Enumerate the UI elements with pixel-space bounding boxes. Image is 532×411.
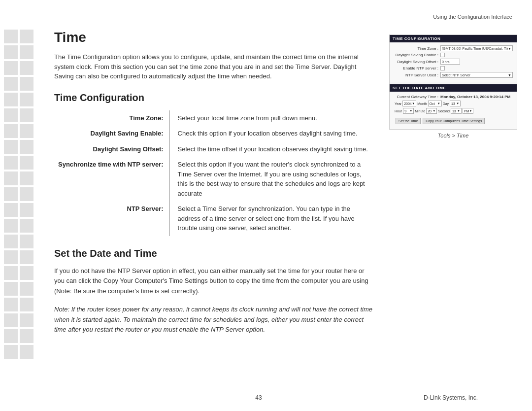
- table-row: Time Zone: Select your local time zone f…: [54, 110, 374, 126]
- timezone-label: Time Zone:: [54, 110, 169, 126]
- ui-current-time-value: Monday, October 13, 2004 9:20:14 PM: [440, 95, 510, 99]
- set-datetime-section-title: Set the Date and Time: [54, 248, 374, 259]
- ui-daylight-enable-checkbox[interactable]: [440, 53, 445, 57]
- ui-caption: Tools > Time: [389, 133, 517, 138]
- ui-timezone-input[interactable]: (GMT-08:00) Pacific Time (US/Canada), Ti…: [440, 45, 513, 51]
- ui-ntp-server-input[interactable]: Select NTP Server ▼: [440, 72, 513, 78]
- ui-second-label: Second: [438, 109, 450, 113]
- table-row: Daylight Saving Enable: Check this optio…: [54, 126, 374, 141]
- ui-section2-header: Set the Date and Time: [390, 84, 517, 92]
- ui-daylight-offset-label: Daylight Saving Offset :: [394, 60, 440, 64]
- ui-ntp-server-label: NTP Server Used :: [394, 73, 440, 77]
- ui-second-select[interactable]: 13 ▼: [451, 108, 462, 114]
- ui-ntp-enable-label: Enable NTP server :: [394, 66, 440, 70]
- ui-section1-header: Time Configuration: [390, 35, 517, 42]
- ui-set-time-button[interactable]: Set the Time: [396, 118, 421, 124]
- ui-year-select[interactable]: 2004 ▼: [402, 101, 416, 106]
- ntp-sync-label: Synchronize time with NTP server:: [54, 157, 169, 201]
- time-config-section-title: Time Configuration: [54, 92, 374, 103]
- ntp-server-label: NTP Server:: [54, 201, 169, 236]
- decorative-squares: [0, 30, 49, 361]
- ui-day-label: Day: [443, 102, 449, 105]
- daylight-offset-label: Daylight Saving Offset:: [54, 141, 169, 157]
- ui-ntp-enable-checkbox[interactable]: [440, 66, 445, 70]
- daylight-offset-value: Select the time offset if your location …: [169, 141, 374, 157]
- ui-month-select[interactable]: Oct ▼: [428, 101, 442, 106]
- page-title: Time: [54, 30, 374, 45]
- daylight-enable-label: Daylight Saving Enable:: [54, 126, 169, 141]
- ui-daylight-offset-input[interactable]: 0 hrs: [440, 59, 460, 65]
- table-row: Daylight Saving Offset: Select the time …: [54, 141, 374, 157]
- ui-hour-select[interactable]: 9 ▼: [403, 108, 414, 114]
- intro-paragraph: The Time Configuration option allows you…: [54, 52, 374, 81]
- page-number: 43: [94, 394, 424, 401]
- set-datetime-body: If you do not have the NTP Server option…: [54, 266, 374, 297]
- ui-daylight-enable-label: Daylight Saving Enable :: [394, 53, 440, 57]
- ui-current-time-label: Current Gateway Time :: [394, 95, 440, 99]
- main-content: Time The Time Configuration option allow…: [54, 30, 384, 335]
- company-name: D-Link Systems, Inc.: [424, 394, 478, 401]
- ui-year-label: Year: [395, 102, 401, 105]
- ui-timezone-label: Time Zone :: [394, 46, 440, 51]
- footer: 43 D-Link Systems, Inc.: [0, 394, 532, 401]
- breadcrumb: Using the Configuration Interface: [433, 14, 512, 20]
- ui-month-label: Month: [417, 102, 427, 105]
- table-row: Synchronize time with NTP server: Select…: [54, 157, 374, 201]
- daylight-enable-value: Check this option if your location obser…: [169, 126, 374, 141]
- timezone-value: Select your local time zone from pull do…: [169, 110, 374, 126]
- ntp-server-value: Select a Time Server for synchronization…: [169, 201, 374, 236]
- ntp-sync-value: Select this option if you want the route…: [169, 157, 374, 201]
- config-table: Time Zone: Select your local time zone f…: [54, 110, 374, 236]
- ui-screenshot-panel: Time Configuration Time Zone : (GMT-08:0…: [389, 34, 517, 138]
- ui-minute-select[interactable]: 20 ▼: [426, 108, 437, 114]
- ui-minute-label: Minute: [415, 109, 425, 113]
- set-datetime-note: Note: If the router loses power for any …: [54, 305, 374, 335]
- ui-day-select[interactable]: 13 ▼: [450, 101, 461, 106]
- ui-hour-label: Hour: [395, 109, 402, 113]
- table-row: NTP Server: Select a Time Server for syn…: [54, 201, 374, 236]
- ui-ampm-select[interactable]: PM ▼: [463, 108, 473, 114]
- ui-copy-time-button[interactable]: Copy Your Computer's Time Settings: [423, 118, 485, 124]
